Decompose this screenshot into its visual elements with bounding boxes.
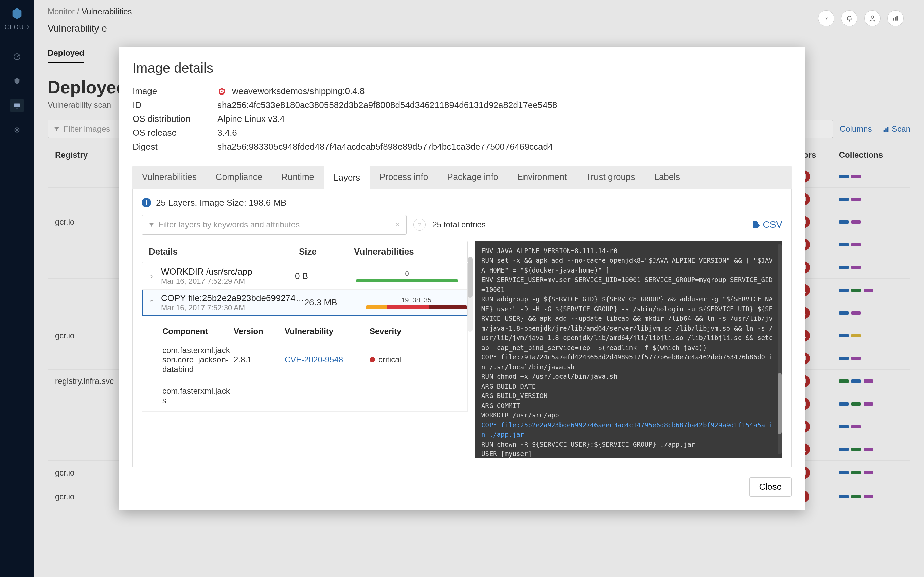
th-details[interactable]: Details (143, 242, 292, 262)
filter-icon (148, 221, 155, 228)
info-icon: i (142, 198, 151, 207)
close-button[interactable]: Close (750, 477, 792, 496)
modal-title: Image details (132, 60, 792, 76)
clear-filter-icon[interactable]: × (396, 220, 400, 229)
modal-tab-runtime[interactable]: Runtime (272, 166, 324, 189)
layers-info: i 25 Layers, Image Size: 198.6 MB (142, 198, 782, 208)
export-csv-button[interactable]: CSV (751, 219, 782, 230)
total-entries: 25 total entries (433, 220, 486, 229)
layer-row[interactable]: › WORKDIR /usr/src/appMar 16, 2017 7:52:… (142, 263, 467, 290)
component-row: com.fasterxml.jackson.core_jackson-datab… (162, 339, 457, 380)
severity-cell: critical (370, 355, 431, 364)
layer-row[interactable]: ⌃ COPY file:25b2e2a923bde699274…Mar 16, … (142, 290, 467, 316)
layers-scrollbar[interactable] (468, 257, 473, 332)
meta-digest: sha256:983305c948fded487f4a4acdeab5f898e… (217, 142, 792, 152)
modal-tabs: VulnerabilitiesComplianceRuntimeLayersPr… (132, 166, 792, 189)
layer-expanded-panel: Component Version Vulnerability Severity… (142, 316, 468, 412)
th-severity[interactable]: Severity (370, 327, 431, 336)
th-size[interactable]: Size (293, 242, 347, 262)
cve-link[interactable]: CVE-2020-9548 (285, 355, 343, 364)
modal-tab-trust-groups[interactable]: Trust groups (576, 166, 645, 189)
th-vulnerabilities[interactable]: Vulnerabilities (348, 242, 467, 262)
th-vulnerability[interactable]: Vulnerability (285, 327, 366, 336)
modal-tab-labels[interactable]: Labels (645, 166, 690, 189)
svg-text:✕: ✕ (220, 90, 223, 93)
meta-os-rel: 3.4.6 (217, 127, 792, 138)
filter-help-icon[interactable]: ? (414, 219, 426, 231)
modal-tab-compliance[interactable]: Compliance (206, 166, 272, 189)
shield-warning-icon: ✕ (217, 87, 226, 96)
component-row: com.fasterxml.jacks (162, 380, 457, 411)
severity-dot-icon (370, 357, 375, 363)
meta-id: sha256:4fc533e8180ac3805582d3b2a9f8008d5… (217, 100, 792, 110)
modal-tab-layers[interactable]: Layers (324, 166, 370, 189)
meta-os-dist: Alpine Linux v3.4 (217, 114, 792, 124)
th-component[interactable]: Component (162, 327, 230, 336)
modal-tab-package-info[interactable]: Package info (438, 166, 507, 189)
layers-table: Details Size Vulnerabilities (142, 241, 468, 263)
modal-tab-environment[interactable]: Environment (507, 166, 576, 189)
filter-layers-input[interactable]: Filter layers by keywords and attributes… (142, 215, 407, 235)
modal-overlay: Image details Image ✕ weaveworksdemos/sh… (0, 0, 924, 577)
th-version[interactable]: Version (234, 327, 281, 336)
image-details-modal: Image details Image ✕ weaveworksdemos/sh… (119, 47, 805, 510)
modal-tab-process-info[interactable]: Process info (370, 166, 438, 189)
dockerfile-viewer[interactable]: ENV JAVA_ALPINE_VERSION=8.111.14-r0 RUN … (475, 241, 782, 458)
meta-image: ✕ weaveworksdemos/shipping:0.4.8 (217, 86, 792, 97)
image-meta: Image ✕ weaveworksdemos/shipping:0.4.8 I… (132, 86, 792, 152)
csv-icon (751, 220, 760, 229)
modal-tab-vulnerabilities[interactable]: Vulnerabilities (132, 166, 206, 189)
dockerfile-scrollbar[interactable] (778, 244, 782, 455)
